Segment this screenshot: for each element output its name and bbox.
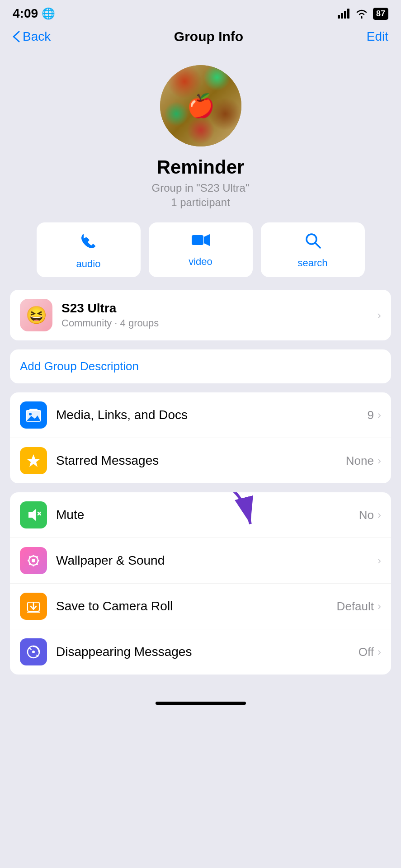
mute-value: No [359,508,374,522]
svg-point-32 [32,651,35,653]
svg-point-22 [28,560,29,561]
wallpaper-icon [20,547,47,574]
group-name: Reminder [157,156,245,178]
camera-roll-chevron-icon: › [377,600,381,613]
status-icons: 87 [338,8,388,20]
svg-point-27 [36,563,38,565]
svg-rect-0 [338,15,340,19]
community-info: S23 Ultra Community · 4 groups [61,301,377,329]
camera-roll-icon [20,593,47,620]
signal-icon [338,9,350,19]
avatar-image [160,65,241,146]
media-icon [20,401,47,429]
mute-icon [20,501,47,528]
starred-label: Starred Messages [56,453,346,468]
media-value: 9 [368,408,374,422]
back-button[interactable]: Back [13,29,51,44]
wifi-icon [355,9,368,19]
svg-marker-5 [204,234,210,246]
mute-label: Mute [56,508,359,522]
back-label: Back [23,29,51,44]
mute-chevron-icon: › [377,509,381,521]
wallpaper-sound-row[interactable]: Wallpaper & Sound › [10,538,391,584]
svg-marker-13 [27,454,40,467]
audio-button[interactable]: audio [37,222,141,277]
globe-icon: 🌐 [42,7,55,20]
nav-bar: Back Group Info Edit [0,24,401,52]
starred-icon [20,447,47,474]
community-card: 😆 S23 Ultra Community · 4 groups › [10,290,391,340]
phone-icon [80,232,97,254]
media-links-docs-row[interactable]: Media, Links, and Docs 9 › [10,392,391,438]
action-buttons: audio video search [0,222,401,290]
description-card[interactable]: Add Group Description [10,349,391,383]
status-time: 4:09 [13,6,38,21]
chevron-right-icon: › [377,308,381,322]
media-chevron-icon: › [377,409,381,421]
media-label: Media, Links, and Docs [56,408,368,422]
group-avatar[interactable] [160,65,241,146]
svg-point-26 [29,563,31,565]
svg-rect-1 [341,13,343,19]
camera-roll-label: Save to Camera Roll [56,599,337,613]
disappearing-value: Off [359,645,374,659]
battery-indicator: 87 [373,8,388,20]
community-sub: Community · 4 groups [61,317,377,329]
mute-row[interactable]: Mute No › [10,492,391,538]
group-subtext: Group in "S23 Ultra" [152,182,250,194]
participant-count: 1 participant [171,196,230,209]
svg-rect-2 [344,11,346,19]
search-icon [305,232,321,253]
svg-point-25 [36,556,38,558]
add-description-button[interactable]: Add Group Description [20,359,139,373]
status-bar: 4:09 🌐 87 [0,0,401,24]
video-label: video [189,256,212,268]
edit-button[interactable]: Edit [367,29,388,44]
profile-section: Reminder Group in "S23 Ultra" 1 particip… [0,56,401,222]
video-button[interactable]: video [149,222,253,277]
svg-point-21 [33,565,34,566]
video-icon [191,232,210,251]
svg-point-20 [33,555,34,557]
disappearing-messages-row[interactable]: Disappearing Messages Off › [10,629,391,675]
disappearing-label: Disappearing Messages [56,645,359,659]
community-row[interactable]: 😆 S23 Ultra Community · 4 groups › [10,290,391,340]
svg-point-24 [29,556,31,558]
settings-group-2: Mute No › [10,492,391,675]
search-label: search [297,257,327,269]
community-emoji: 😆 [20,299,52,331]
audio-label: audio [76,258,101,270]
svg-marker-14 [28,509,36,521]
starred-chevron-icon: › [377,454,381,467]
starred-messages-row[interactable]: Starred Messages None › [10,438,391,483]
starred-value: None [346,454,374,468]
main-content: Reminder Group in "S23 Ultra" 1 particip… [0,52,401,675]
camera-roll-value: Default [337,599,374,613]
community-name: S23 Ultra [61,301,377,316]
svg-point-19 [32,559,35,562]
settings-group-1: Media, Links, and Docs 9 › Starred Messa… [10,392,391,483]
page-title: Group Info [174,29,243,44]
svg-rect-3 [347,9,349,19]
wallpaper-label: Wallpaper & Sound [56,553,374,568]
svg-line-7 [315,243,320,248]
camera-roll-row[interactable]: Save to Camera Roll Default › [10,584,391,629]
svg-rect-4 [192,235,203,245]
disappearing-chevron-icon: › [377,646,381,658]
search-button[interactable]: search [261,222,365,277]
svg-point-10 [29,413,32,415]
wallpaper-chevron-icon: › [377,554,381,567]
home-indicator [156,702,246,705]
svg-point-23 [38,560,39,561]
disappearing-icon [20,638,47,665]
svg-rect-12 [29,409,38,411]
